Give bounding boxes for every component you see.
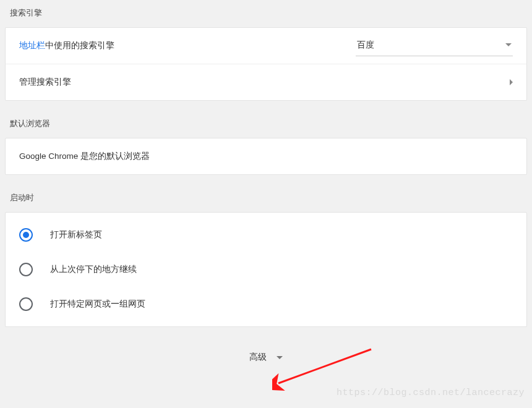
radio-button[interactable] — [19, 263, 33, 276]
startup-option-label: 打开新标签页 — [50, 229, 102, 240]
radio-dot-icon — [23, 232, 29, 238]
caret-down-icon — [277, 356, 283, 359]
search-engine-select[interactable]: 百度 — [356, 36, 513, 56]
search-engine-select-value: 百度 — [357, 40, 374, 51]
startup-option-label: 从上次停下的地方继续 — [50, 264, 137, 275]
advanced-toggle[interactable]: 高级 — [5, 352, 527, 363]
manage-search-engines-label: 管理搜索引擎 — [19, 77, 510, 88]
advanced-label: 高级 — [249, 352, 267, 362]
radio-button[interactable] — [19, 228, 33, 242]
startup-option-label: 打开特定网页或一组网页 — [50, 299, 145, 310]
section-title-search-engine: 搜索引擎 — [10, 7, 527, 19]
watermark: https://blog.csdn.net/lancecrazy — [337, 388, 525, 398]
manage-search-engines-row[interactable]: 管理搜索引擎 — [6, 64, 526, 100]
search-engine-card: 地址栏中使用的搜索引擎 百度 管理搜索引擎 — [5, 27, 527, 101]
default-browser-card: Google Chrome 是您的默认浏览器 — [5, 138, 527, 175]
section-title-startup: 启动时 — [10, 192, 527, 203]
startup-option-row[interactable]: 打开特定网页或一组网页 — [6, 287, 526, 321]
address-bar-rest: 中使用的搜索引擎 — [45, 41, 114, 50]
startup-option-row[interactable]: 从上次停下的地方继续 — [6, 252, 526, 287]
startup-option-row[interactable]: 打开新标签页 — [6, 218, 526, 252]
default-browser-status-row: Google Chrome 是您的默认浏览器 — [6, 138, 526, 174]
address-bar-link[interactable]: 地址栏 — [19, 41, 45, 50]
default-browser-status: Google Chrome 是您的默认浏览器 — [19, 151, 513, 162]
section-title-default-browser: 默认浏览器 — [10, 118, 527, 129]
caret-down-icon — [505, 43, 512, 46]
radio-button[interactable] — [19, 297, 33, 311]
startup-card: 打开新标签页从上次停下的地方继续打开特定网页或一组网页 — [5, 212, 527, 327]
chevron-right-icon — [510, 79, 513, 85]
address-bar-engine-label: 地址栏中使用的搜索引擎 — [19, 40, 356, 51]
address-bar-engine-row: 地址栏中使用的搜索引擎 百度 — [6, 28, 526, 64]
